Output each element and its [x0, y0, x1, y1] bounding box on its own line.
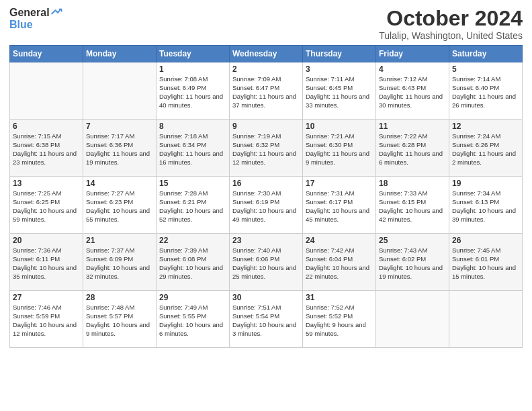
day-info: Sunrise: 7:12 AM Sunset: 6:43 PM Dayligh… — [379, 75, 446, 109]
day-number: 22 — [159, 236, 226, 245]
calendar-cell: 4Sunrise: 7:12 AM Sunset: 6:43 PM Daylig… — [376, 62, 449, 120]
location-title: Tulalip, Washington, United States — [379, 30, 523, 41]
day-number: 30 — [232, 293, 300, 302]
col-wednesday: Wednesday — [230, 46, 303, 62]
day-number: 27 — [13, 293, 80, 302]
calendar-cell: 21Sunrise: 7:37 AM Sunset: 6:09 PM Dayli… — [83, 234, 157, 291]
day-info: Sunrise: 7:34 AM Sunset: 6:13 PM Dayligh… — [452, 189, 519, 224]
day-info: Sunrise: 7:40 AM Sunset: 6:06 PM Dayligh… — [232, 246, 300, 281]
calendar-cell: 1Sunrise: 7:08 AM Sunset: 6:49 PM Daylig… — [157, 62, 230, 120]
day-number: 7 — [86, 122, 153, 131]
day-info: Sunrise: 7:17 AM Sunset: 6:36 PM Dayligh… — [86, 132, 153, 167]
day-number: 5 — [452, 64, 519, 74]
calendar-cell: 20Sunrise: 7:36 AM Sunset: 6:11 PM Dayli… — [10, 234, 83, 291]
day-info: Sunrise: 7:18 AM Sunset: 6:34 PM Dayligh… — [159, 132, 226, 167]
calendar-cell: 15Sunrise: 7:28 AM Sunset: 6:21 PM Dayli… — [157, 177, 230, 234]
day-number: 11 — [379, 122, 446, 131]
day-number: 21 — [86, 236, 153, 245]
calendar-cell: 24Sunrise: 7:42 AM Sunset: 6:04 PM Dayli… — [303, 234, 376, 291]
day-info: Sunrise: 7:24 AM Sunset: 6:26 PM Dayligh… — [452, 132, 519, 167]
day-info: Sunrise: 7:25 AM Sunset: 6:25 PM Dayligh… — [13, 189, 80, 224]
calendar-cell: 12Sunrise: 7:24 AM Sunset: 6:26 PM Dayli… — [449, 120, 523, 177]
calendar-cell: 7Sunrise: 7:17 AM Sunset: 6:36 PM Daylig… — [83, 120, 157, 177]
col-monday: Monday — [83, 46, 157, 62]
calendar-cell: 14Sunrise: 7:27 AM Sunset: 6:23 PM Dayli… — [83, 177, 157, 234]
day-number: 2 — [232, 64, 300, 74]
day-number: 24 — [306, 236, 373, 245]
calendar-cell: 31Sunrise: 7:52 AM Sunset: 5:52 PM Dayli… — [303, 291, 376, 348]
day-number: 3 — [306, 64, 373, 74]
col-tuesday: Tuesday — [157, 46, 230, 62]
calendar: Sunday Monday Tuesday Wednesday Thursday… — [9, 45, 523, 348]
header: General Blue October 2024 Tulalip, Washi… — [9, 7, 523, 41]
day-number: 29 — [159, 293, 226, 302]
day-number: 12 — [452, 122, 519, 131]
day-info: Sunrise: 7:21 AM Sunset: 6:30 PM Dayligh… — [306, 132, 373, 167]
day-info: Sunrise: 7:46 AM Sunset: 5:59 PM Dayligh… — [13, 304, 80, 338]
day-info: Sunrise: 7:43 AM Sunset: 6:02 PM Dayligh… — [379, 246, 446, 281]
calendar-week-row: 1Sunrise: 7:08 AM Sunset: 6:49 PM Daylig… — [10, 62, 523, 120]
day-number: 26 — [452, 236, 519, 245]
day-number: 14 — [86, 179, 153, 188]
day-info: Sunrise: 7:42 AM Sunset: 6:04 PM Dayligh… — [306, 246, 373, 281]
col-sunday: Sunday — [10, 46, 83, 62]
calendar-cell: 13Sunrise: 7:25 AM Sunset: 6:25 PM Dayli… — [10, 177, 83, 234]
day-info: Sunrise: 7:11 AM Sunset: 6:45 PM Dayligh… — [306, 75, 373, 109]
calendar-cell: 25Sunrise: 7:43 AM Sunset: 6:02 PM Dayli… — [376, 234, 449, 291]
day-info: Sunrise: 7:27 AM Sunset: 6:23 PM Dayligh… — [86, 189, 153, 224]
day-number: 28 — [86, 293, 153, 302]
day-info: Sunrise: 7:28 AM Sunset: 6:21 PM Dayligh… — [159, 189, 226, 224]
day-number: 1 — [159, 64, 226, 74]
day-info: Sunrise: 7:37 AM Sunset: 6:09 PM Dayligh… — [86, 246, 153, 281]
logo-general-text: General — [9, 7, 50, 19]
day-number: 8 — [159, 122, 226, 131]
calendar-cell — [376, 291, 449, 348]
day-info: Sunrise: 7:33 AM Sunset: 6:15 PM Dayligh… — [379, 189, 446, 224]
day-info: Sunrise: 7:19 AM Sunset: 6:32 PM Dayligh… — [232, 132, 300, 167]
day-info: Sunrise: 7:31 AM Sunset: 6:17 PM Dayligh… — [306, 189, 373, 224]
day-info: Sunrise: 7:36 AM Sunset: 6:11 PM Dayligh… — [13, 246, 80, 281]
day-number: 17 — [306, 179, 373, 188]
day-info: Sunrise: 7:30 AM Sunset: 6:19 PM Dayligh… — [232, 189, 300, 224]
day-number: 18 — [379, 179, 446, 188]
calendar-cell: 16Sunrise: 7:30 AM Sunset: 6:19 PM Dayli… — [230, 177, 303, 234]
day-number: 25 — [379, 236, 446, 245]
day-number: 9 — [232, 122, 300, 131]
calendar-cell — [449, 291, 523, 348]
col-saturday: Saturday — [449, 46, 523, 62]
calendar-cell: 8Sunrise: 7:18 AM Sunset: 6:34 PM Daylig… — [157, 120, 230, 177]
logo-blue-text: Blue — [9, 19, 33, 31]
day-info: Sunrise: 7:09 AM Sunset: 6:47 PM Dayligh… — [232, 75, 300, 109]
day-info: Sunrise: 7:45 AM Sunset: 6:01 PM Dayligh… — [452, 246, 519, 281]
calendar-cell: 3Sunrise: 7:11 AM Sunset: 6:45 PM Daylig… — [303, 62, 376, 120]
calendar-header-row: Sunday Monday Tuesday Wednesday Thursday… — [10, 46, 523, 62]
day-info: Sunrise: 7:39 AM Sunset: 6:08 PM Dayligh… — [159, 246, 226, 281]
calendar-cell: 28Sunrise: 7:48 AM Sunset: 5:57 PM Dayli… — [83, 291, 157, 348]
calendar-week-row: 20Sunrise: 7:36 AM Sunset: 6:11 PM Dayli… — [10, 234, 523, 291]
logo-icon — [50, 7, 62, 19]
calendar-cell: 17Sunrise: 7:31 AM Sunset: 6:17 PM Dayli… — [303, 177, 376, 234]
calendar-cell: 22Sunrise: 7:39 AM Sunset: 6:08 PM Dayli… — [157, 234, 230, 291]
calendar-week-row: 13Sunrise: 7:25 AM Sunset: 6:25 PM Dayli… — [10, 177, 523, 234]
calendar-cell: 10Sunrise: 7:21 AM Sunset: 6:30 PM Dayli… — [303, 120, 376, 177]
day-info: Sunrise: 7:51 AM Sunset: 5:54 PM Dayligh… — [232, 304, 300, 338]
day-info: Sunrise: 7:15 AM Sunset: 6:38 PM Dayligh… — [13, 132, 80, 167]
calendar-cell: 18Sunrise: 7:33 AM Sunset: 6:15 PM Dayli… — [376, 177, 449, 234]
calendar-cell — [83, 62, 157, 120]
calendar-week-row: 6Sunrise: 7:15 AM Sunset: 6:38 PM Daylig… — [10, 120, 523, 177]
calendar-cell: 26Sunrise: 7:45 AM Sunset: 6:01 PM Dayli… — [449, 234, 523, 291]
calendar-cell: 11Sunrise: 7:22 AM Sunset: 6:28 PM Dayli… — [376, 120, 449, 177]
calendar-cell: 30Sunrise: 7:51 AM Sunset: 5:54 PM Dayli… — [230, 291, 303, 348]
calendar-cell: 9Sunrise: 7:19 AM Sunset: 6:32 PM Daylig… — [230, 120, 303, 177]
day-number: 6 — [13, 122, 80, 131]
calendar-cell: 23Sunrise: 7:40 AM Sunset: 6:06 PM Dayli… — [230, 234, 303, 291]
calendar-cell: 29Sunrise: 7:49 AM Sunset: 5:55 PM Dayli… — [157, 291, 230, 348]
page: General Blue October 2024 Tulalip, Washi… — [0, 0, 532, 411]
col-thursday: Thursday — [303, 46, 376, 62]
day-number: 31 — [306, 293, 373, 302]
day-info: Sunrise: 7:22 AM Sunset: 6:28 PM Dayligh… — [379, 132, 446, 167]
calendar-cell: 27Sunrise: 7:46 AM Sunset: 5:59 PM Dayli… — [10, 291, 83, 348]
day-number: 4 — [379, 64, 446, 74]
calendar-cell — [10, 62, 83, 120]
calendar-cell: 19Sunrise: 7:34 AM Sunset: 6:13 PM Dayli… — [449, 177, 523, 234]
